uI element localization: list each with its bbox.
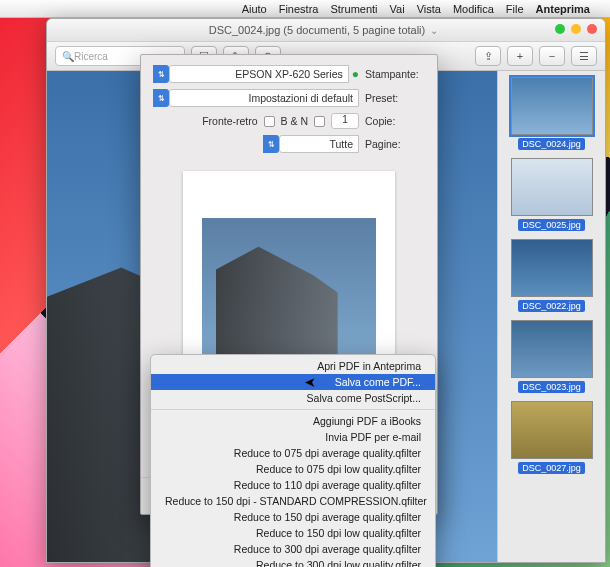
menu-help[interactable]: Aiuto bbox=[242, 3, 267, 15]
menu-tools[interactable]: Strumenti bbox=[330, 3, 377, 15]
pdf-menu-item[interactable]: Reduce to 075 dpi average quality.qfilte… bbox=[151, 445, 435, 461]
pdf-menu-item[interactable]: Reduce to 150 dpi - STANDARD COMPRESSION… bbox=[151, 493, 435, 509]
zoom-button[interactable] bbox=[555, 24, 565, 34]
thumbnail-label: DSC_0025.jpg bbox=[518, 219, 585, 231]
bw-checkbox[interactable] bbox=[314, 116, 325, 127]
pdf-menu-item[interactable]: Reduce to 110 dpi average quality.qfilte… bbox=[151, 477, 435, 493]
pdf-menu-item[interactable]: Reduce to 300 dpi average quality.qfilte… bbox=[151, 541, 435, 557]
preset-value: Impostazioni di default bbox=[169, 89, 359, 107]
window-title: DSC_0024.jpg (5 documenti, 5 pagine tota… bbox=[209, 24, 425, 36]
chevron-updown-icon: ⇅ bbox=[263, 135, 279, 153]
titlebar: DSC_0024.jpg (5 documenti, 5 pagine tota… bbox=[47, 19, 605, 41]
printer-value: EPSON XP-620 Series bbox=[169, 65, 349, 83]
menu-edit[interactable]: Modifica bbox=[453, 3, 494, 15]
zoom-in-button[interactable]: + bbox=[507, 46, 533, 66]
thumbnail-item[interactable]: DSC_0025.jpg bbox=[504, 158, 599, 231]
menu-file[interactable]: File bbox=[506, 3, 524, 15]
pdf-menu-item[interactable]: Salva come PDF... bbox=[151, 374, 435, 390]
preview-image bbox=[202, 218, 376, 361]
pdf-menu-item[interactable]: Reduce to 150 dpi low quality.qfilter bbox=[151, 525, 435, 541]
pdf-menu-item[interactable]: Invia PDF per e-mail bbox=[151, 429, 435, 445]
bw-label: B & N bbox=[281, 115, 308, 127]
chevron-updown-icon: ⇅ bbox=[153, 65, 169, 83]
pdf-menu-popup: Apri PDF in AnteprimaSalva come PDF...Sa… bbox=[150, 354, 436, 567]
pdf-menu-item[interactable]: Apri PDF in Anteprima bbox=[151, 358, 435, 374]
window-controls bbox=[555, 24, 597, 34]
zoom-out-button[interactable]: − bbox=[539, 46, 565, 66]
menu-go[interactable]: Vai bbox=[390, 3, 405, 15]
pdf-menu-item[interactable]: Reduce to 300 dpi low quality.qfilter bbox=[151, 557, 435, 567]
thumbnail-item[interactable]: DSC_0027.jpg bbox=[504, 401, 599, 474]
sidebar-toggle-button[interactable]: ☰ bbox=[571, 46, 597, 66]
duplex-checkbox[interactable] bbox=[264, 116, 275, 127]
pdf-menu-item[interactable]: Salva come PostScript... bbox=[151, 390, 435, 406]
pdf-menu-item[interactable]: Reduce to 150 dpi average quality.qfilte… bbox=[151, 509, 435, 525]
thumbnail-label: DSC_0022.jpg bbox=[518, 300, 585, 312]
menu-view[interactable]: Vista bbox=[417, 3, 441, 15]
printer-label: Stampante: bbox=[365, 68, 425, 80]
copies-label: Copie: bbox=[365, 115, 425, 127]
pdf-menu-item[interactable]: Aggiungi PDF a iBooks bbox=[151, 413, 435, 429]
thumbnail-label: DSC_0023.jpg bbox=[518, 381, 585, 393]
menubar: Anteprima File Modifica Vista Vai Strume… bbox=[0, 0, 610, 18]
app-menu[interactable]: Anteprima bbox=[536, 3, 590, 15]
chevron-updown-icon: ⇅ bbox=[153, 89, 169, 107]
title-chevron-icon[interactable]: ⌄ bbox=[430, 25, 438, 36]
share-button[interactable]: ⇪ bbox=[475, 46, 501, 66]
search-placeholder: Ricerca bbox=[74, 51, 108, 62]
menu-window[interactable]: Finestra bbox=[279, 3, 319, 15]
minimize-button[interactable] bbox=[571, 24, 581, 34]
pages-label: Pagine: bbox=[365, 138, 425, 150]
thumbnail-image bbox=[511, 320, 593, 378]
thumbnail-item[interactable]: DSC_0023.jpg bbox=[504, 320, 599, 393]
search-icon: 🔍 bbox=[62, 51, 74, 62]
preset-label: Preset: bbox=[365, 92, 425, 104]
preset-select[interactable]: Impostazioni di default ⇅ bbox=[153, 89, 359, 107]
close-button[interactable] bbox=[587, 24, 597, 34]
thumbnail-label: DSC_0027.jpg bbox=[518, 462, 585, 474]
menu-separator bbox=[151, 409, 435, 410]
thumbnail-label: DSC_0024.jpg bbox=[518, 138, 585, 150]
duplex-label: Fronte-retro bbox=[202, 115, 257, 127]
thumbnail-image bbox=[511, 401, 593, 459]
pages-value: Tutte bbox=[279, 135, 359, 153]
printer-status-icon: ● bbox=[352, 67, 359, 81]
thumbnail-item[interactable]: DSC_0024.jpg bbox=[504, 77, 599, 150]
printer-select[interactable]: ● EPSON XP-620 Series ⇅ bbox=[153, 65, 359, 83]
thumbnail-image bbox=[511, 239, 593, 297]
thumbnail-image bbox=[511, 77, 593, 135]
copies-field[interactable]: 1 bbox=[331, 113, 359, 129]
pages-select[interactable]: Tutte ⇅ bbox=[263, 135, 359, 153]
thumbnail-sidebar: DSC_0024.jpg DSC_0025.jpg DSC_0022.jpg D… bbox=[497, 71, 605, 562]
thumbnail-item[interactable]: DSC_0022.jpg bbox=[504, 239, 599, 312]
thumbnail-image bbox=[511, 158, 593, 216]
pdf-menu-item[interactable]: Reduce to 075 dpi low quality.qfilter bbox=[151, 461, 435, 477]
